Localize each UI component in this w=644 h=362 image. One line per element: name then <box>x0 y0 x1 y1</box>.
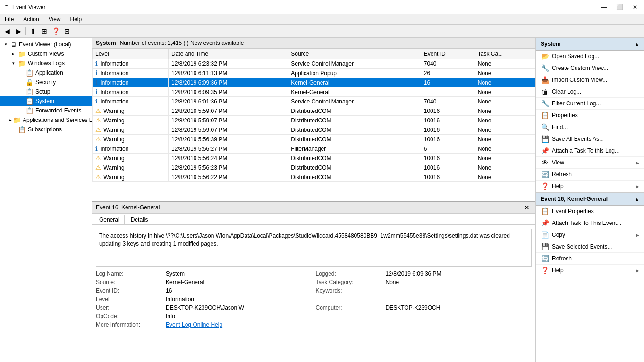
col-task[interactable]: Task Ca... <box>475 49 535 59</box>
action-attach-task-event[interactable]: 📌 Attach Task To This Event... <box>536 217 644 229</box>
menu-file[interactable]: File <box>2 15 17 24</box>
computer-label: Computer: <box>316 304 382 311</box>
tree-item-subscriptions[interactable]: 📋 Subscriptions <box>0 125 92 134</box>
more-info-link[interactable]: Event Log Online Help <box>166 321 312 328</box>
toolbar-properties[interactable]: ⊟ <box>62 26 72 36</box>
tree-item-apps-services[interactable]: ▸ 📁 Applications and Services Lo... <box>0 115 92 125</box>
toolbar-forward[interactable]: ▶ <box>13 26 24 36</box>
action-event-properties[interactable]: 📋 Event Properties <box>536 206 644 217</box>
event-table-body: ℹ Information 12/8/2019 6:23:32 PM Servi… <box>93 59 535 182</box>
toolbar-help[interactable]: ❓ <box>51 26 61 36</box>
actions-section-system[interactable]: System ▲ <box>536 38 644 51</box>
event-message: The access history in hive \??\C:\Users\… <box>96 229 532 267</box>
action-create-custom-view[interactable]: 🔧 Create Custom View... <box>536 62 644 74</box>
table-row[interactable]: ℹ Information 12/8/2019 6:11:13 PM Appli… <box>93 69 535 78</box>
action-help-system[interactable]: ❓ Help ▶ <box>536 181 644 192</box>
table-row[interactable]: ⚠ Warning 12/8/2019 5:56:22 PM Distribut… <box>93 172 535 182</box>
level-icon: ℹ <box>95 69 98 77</box>
action-view[interactable]: 👁 View ▶ <box>536 157 644 169</box>
tree-item-application[interactable]: 📋 Application <box>0 68 92 78</box>
find-icon: 🔍 <box>541 123 549 131</box>
action-copy[interactable]: 📄 Copy ▶ <box>536 229 644 241</box>
action-help-event[interactable]: ❓ Help ▶ <box>536 265 644 276</box>
action-clear-log[interactable]: 🗑 Clear Log... <box>536 86 644 98</box>
action-attach-task-log[interactable]: 📌 Attach a Task To this Log... <box>536 145 644 157</box>
tree-node-icon: 📋 <box>25 69 34 77</box>
toolbar-grid[interactable]: ⊞ <box>39 26 50 36</box>
tree-item-system[interactable]: 📋 System <box>0 96 92 106</box>
detail-panel: Event 16, Kernel-General ✕ General Detai… <box>92 201 535 362</box>
action-find[interactable]: 🔍 Find... <box>536 121 644 133</box>
cell-task: None <box>475 69 535 78</box>
action-label: Find... <box>552 124 639 130</box>
level-value: Information <box>166 296 312 302</box>
cell-eventid: 10016 <box>421 135 475 144</box>
table-row[interactable]: ℹ Information 12/8/2019 6:09:36 PM Kerne… <box>93 78 535 87</box>
tree-node-label: Security <box>35 79 56 86</box>
table-row[interactable]: ℹ Information 12/8/2019 6:01:36 PM Servi… <box>93 97 535 106</box>
cell-level: ⚠ Warning <box>93 172 169 182</box>
menu-help[interactable]: Help <box>68 15 85 24</box>
table-row[interactable]: ℹ Information 12/8/2019 6:09:35 PM Kerne… <box>93 87 535 97</box>
tree-item-setup[interactable]: 📋 Setup <box>0 87 92 96</box>
cell-datetime: 12/8/2019 5:56:22 PM <box>169 172 288 182</box>
cell-task: None <box>475 154 535 163</box>
cell-datetime: 12/8/2019 5:56:24 PM <box>169 154 288 163</box>
action-properties[interactable]: 📋 Properties <box>536 110 644 121</box>
menu-action[interactable]: Action <box>20 15 42 24</box>
table-row[interactable]: ⚠ Warning 12/8/2019 5:56:24 PM Distribut… <box>93 154 535 163</box>
copy-icon: 📄 <box>541 231 549 239</box>
task-category-value: None <box>386 279 532 285</box>
cell-level: ℹ Information <box>93 59 169 69</box>
table-row[interactable]: ⚠ Warning 12/8/2019 5:56:39 PM Distribut… <box>93 135 535 144</box>
cell-source: Application Popup <box>288 69 421 78</box>
tree-item-windows-logs[interactable]: ▾ 📁 Windows Logs <box>0 59 92 68</box>
action-open-saved-log[interactable]: 📂 Open Saved Log... <box>536 51 644 62</box>
table-row[interactable]: ⚠ Warning 12/8/2019 5:59:07 PM Distribut… <box>93 116 535 125</box>
cell-level: ⚠ Warning <box>93 154 169 163</box>
col-source[interactable]: Source <box>288 49 421 59</box>
cell-level: ℹ Information <box>93 144 169 154</box>
toolbar-back[interactable]: ◀ <box>2 26 12 36</box>
cell-source: DistributedCOM <box>288 163 421 172</box>
cell-source: DistributedCOM <box>288 125 421 135</box>
table-row[interactable]: ℹ Information 12/8/2019 6:23:32 PM Servi… <box>93 59 535 69</box>
level-icon: ⚠ <box>95 126 101 133</box>
table-row[interactable]: ⚠ Warning 12/8/2019 5:56:23 PM Distribut… <box>93 163 535 172</box>
event-table-wrapper[interactable]: Level Date and Time Source Event ID Task… <box>92 49 535 201</box>
table-row[interactable]: ⚠ Warning 12/8/2019 5:59:07 PM Distribut… <box>93 106 535 116</box>
action-filter-current-log[interactable]: 🔧 Filter Current Log... <box>536 98 644 110</box>
minimize-button[interactable]: — <box>598 4 610 10</box>
level-icon: ⚠ <box>95 164 101 171</box>
action-save-selected[interactable]: 💾 Save Selected Events... <box>536 241 644 253</box>
tree-node-icon: 📋 <box>25 97 34 105</box>
action-save-all-events[interactable]: 💾 Save All Events As... <box>536 133 644 145</box>
detail-title: Event 16, Kernel-General <box>96 204 160 211</box>
menu-view[interactable]: View <box>46 15 64 24</box>
table-row[interactable]: ℹ Information 12/8/2019 5:56:27 PM Filte… <box>93 144 535 154</box>
tree-item-security[interactable]: 🔒 Security <box>0 78 92 87</box>
level-icon: ⚠ <box>95 117 101 124</box>
detail-close-button[interactable]: ✕ <box>522 204 532 211</box>
actions-section-event[interactable]: Event 16, Kernel-General ▲ <box>536 193 644 206</box>
cell-task: None <box>475 97 535 106</box>
action-refresh-system[interactable]: 🔄 Refresh <box>536 169 644 181</box>
action-refresh-event[interactable]: 🔄 Refresh <box>536 253 644 265</box>
maximize-button[interactable]: ⬜ <box>613 4 626 10</box>
event-id-value: 16 <box>166 287 312 294</box>
event-count: Number of events: 1,415 (!) New events a… <box>120 40 244 46</box>
tree-item-event-viewer[interactable]: ▾ 🖥 Event Viewer (Local) <box>0 40 92 49</box>
close-button[interactable]: ✕ <box>630 4 640 10</box>
tab-general[interactable]: General <box>94 215 125 224</box>
action-import-custom-view[interactable]: 📥 Import Custom View... <box>536 74 644 86</box>
tree-node-icon: 📁 <box>13 116 21 124</box>
col-level[interactable]: Level <box>93 49 169 59</box>
col-eventid[interactable]: Event ID <box>421 49 475 59</box>
tree-item-forwarded[interactable]: 📋 Forwarded Events <box>0 106 92 115</box>
toolbar-up[interactable]: ⬆ <box>28 26 38 36</box>
tab-details[interactable]: Details <box>126 215 153 224</box>
actions-event-title: Event 16, Kernel-General <box>541 196 608 202</box>
table-row[interactable]: ⚠ Warning 12/8/2019 5:59:07 PM Distribut… <box>93 125 535 135</box>
tree-item-custom-views[interactable]: ▸ 📁 Custom Views <box>0 49 92 59</box>
col-datetime[interactable]: Date and Time <box>169 49 288 59</box>
